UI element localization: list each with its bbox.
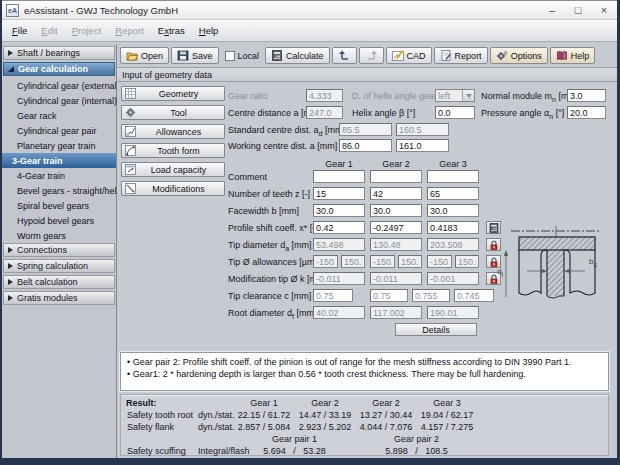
nav-allowances-button[interactable]: Allowances [121, 124, 225, 139]
sidebar-section-spring-calculation[interactable]: Spring calculation [3, 259, 115, 273]
tip-allowances-label: Tip Ø allowances [µm] [228, 257, 317, 267]
geometry-form: Geometry Tool Allowances Tooth form Load… [117, 83, 617, 351]
gear3-column-header: Gear 3 [427, 159, 479, 169]
menu-item-file[interactable]: File [5, 22, 34, 39]
pressure-angle-label: Pressure angle αn [°] [481, 108, 564, 120]
maximize-button[interactable]: □ [569, 3, 587, 18]
tip-diameter-gear2-field [370, 238, 422, 251]
facewidth-gear3-field[interactable] [427, 204, 479, 217]
profile-shift-gear3-field[interactable] [427, 221, 479, 234]
tip-allowance-gear2-upper-field [398, 255, 422, 268]
modification-tip-gear2-field [370, 272, 422, 285]
open-button[interactable]: Open [120, 47, 169, 64]
warning-message-box: • Gear pair 2: Profile shift coeff. of t… [120, 352, 609, 391]
sidebar-item-worm-gears[interactable]: Worm gears [2, 228, 116, 243]
result-gear2b-header: Gear 2 [355, 398, 417, 408]
minimize-button[interactable]: – [543, 3, 561, 18]
safety-scuffing-row: Safety scuffing Integral/flash 5.694 / 5… [121, 446, 608, 457]
tool-gear-icon [125, 107, 136, 118]
close-button[interactable]: × [595, 3, 613, 18]
sidebar-item-planetary-gear-train[interactable]: Planetary gear train [2, 138, 116, 153]
gear-ratio-label: Gear ratio [228, 91, 268, 101]
nav-geometry-button[interactable]: Geometry [121, 86, 225, 101]
chevron-expanded-icon [8, 66, 14, 72]
menu-item-extras[interactable]: Extras [151, 22, 192, 39]
tip-clearance-field-2[interactable] [370, 289, 408, 302]
gear-cross-section-diagram: di bs [497, 223, 612, 313]
teeth-gear1-field[interactable] [313, 187, 365, 200]
redo-icon [365, 50, 378, 61]
nav-load-capacity-button[interactable]: Load capacity [121, 162, 225, 177]
normal-module-label: Normal module mn [mm] [481, 91, 578, 103]
sidebar-item-cylindrical-gear-internal[interactable]: Cylindrical gear (internal) [2, 93, 116, 108]
working-centre-dist-field-2[interactable] [396, 139, 449, 152]
facewidth-label: Facewidth b [mm] [228, 206, 299, 216]
sidebar-item-cylindrical-gear-pair[interactable]: Cylindrical gear pair [2, 123, 116, 138]
comment-label: Comment [228, 172, 267, 182]
teeth-gear2-field[interactable] [370, 187, 422, 200]
centre-distance-field [306, 106, 343, 119]
sidebar-item-cylindrical-gear-external[interactable]: Cylindrical gear (external) [2, 78, 116, 93]
tip-clearance-field-1[interactable] [313, 289, 353, 302]
tip-clearance-field-4[interactable] [454, 289, 494, 302]
calculate-button[interactable]: Calculate [265, 47, 330, 64]
facewidth-gear1-field[interactable] [313, 204, 365, 217]
comment-gear1-field[interactable] [313, 170, 365, 183]
working-centre-dist-field-1[interactable] [339, 139, 392, 152]
sidebar-item-bevel-gears[interactable]: Bevel gears - straight/helical [2, 183, 116, 198]
tip-clearance-field-3[interactable] [412, 289, 450, 302]
tip-allowance-gear2-lower-field [370, 255, 395, 268]
section-title-bar: Input of geometry data [117, 67, 617, 82]
window-border-bottom [0, 458, 620, 465]
comment-gear2-field[interactable] [370, 170, 422, 183]
sidebar-section-belt-calculation[interactable]: Belt calculation [3, 275, 115, 289]
help-button[interactable]: Help [550, 47, 596, 64]
save-button[interactable]: Save [171, 47, 219, 64]
sidebar-item-hypoid-bevel-gears[interactable]: Hypoid bevel gears [2, 213, 116, 228]
teeth-gear3-field[interactable] [427, 187, 479, 200]
sidebar-section-shaft-bearings[interactable]: Shaft / bearings [3, 46, 115, 60]
details-button[interactable]: Details [395, 323, 477, 336]
sidebar-item-spiral-bevel-gears[interactable]: Spiral bevel gears [2, 198, 116, 213]
safety-tooth-root-row: Safety tooth root dyn./stat. 22.15 / 61.… [121, 410, 608, 421]
local-checkbox-label: Local [238, 51, 260, 61]
facewidth-gear2-field[interactable] [370, 204, 422, 217]
cad-button[interactable]: CAD [386, 47, 432, 64]
nav-tool-button[interactable]: Tool [121, 105, 225, 120]
standard-centre-dist-field-2 [396, 123, 449, 136]
allowances-chart-icon [125, 126, 136, 137]
helix-angle-label: Helix angle β [°] [352, 108, 415, 118]
toolbar: Open Save Local Calculate CAD [120, 46, 616, 65]
nav-modifications-button[interactable]: Modifications [121, 181, 225, 196]
profile-shift-gear1-field[interactable] [313, 221, 365, 234]
sidebar-section-gear-calculation[interactable]: Gear calculation [3, 62, 115, 76]
undo-button[interactable] [332, 47, 357, 64]
tip-clearance-label: Tip clearance c [mm] [228, 291, 311, 301]
tooth-form-curve-icon [125, 145, 136, 156]
nav-tooth-form-button[interactable]: Tooth form [121, 143, 225, 158]
app-icon: eA [6, 4, 19, 17]
chevron-right-icon [8, 247, 13, 253]
comment-gear3-field[interactable] [427, 170, 479, 183]
chevron-right-icon [8, 295, 13, 301]
pressure-angle-field[interactable] [567, 106, 606, 119]
inner-diameter-label: di [497, 267, 503, 278]
sidebar-item-4-gear-train[interactable]: 4-Gear train [2, 168, 116, 183]
helix-angle-field[interactable] [435, 106, 475, 119]
profile-shift-gear2-field[interactable] [370, 221, 422, 234]
save-floppy-icon [177, 50, 189, 61]
chevron-right-icon [8, 50, 13, 56]
gear2-column-header: Gear 2 [370, 159, 422, 169]
gear-ratio-field [306, 89, 343, 102]
sidebar-item-gear-rack[interactable]: Gear rack [2, 108, 116, 123]
local-checkbox[interactable] [225, 51, 235, 61]
normal-module-field[interactable] [567, 89, 606, 102]
sidebar-section-connections[interactable]: Connections [3, 243, 115, 257]
report-button[interactable]: Report [434, 47, 488, 64]
options-button[interactable]: Options [490, 47, 548, 64]
menu-item-help[interactable]: Help [192, 22, 226, 39]
sidebar-section-gratis-modules[interactable]: Gratis modules [3, 291, 115, 305]
sidebar-item-3-gear-train[interactable]: 3-Gear train [2, 153, 116, 168]
gear-section-drawing [497, 223, 612, 313]
load-capacity-icon [125, 164, 136, 175]
